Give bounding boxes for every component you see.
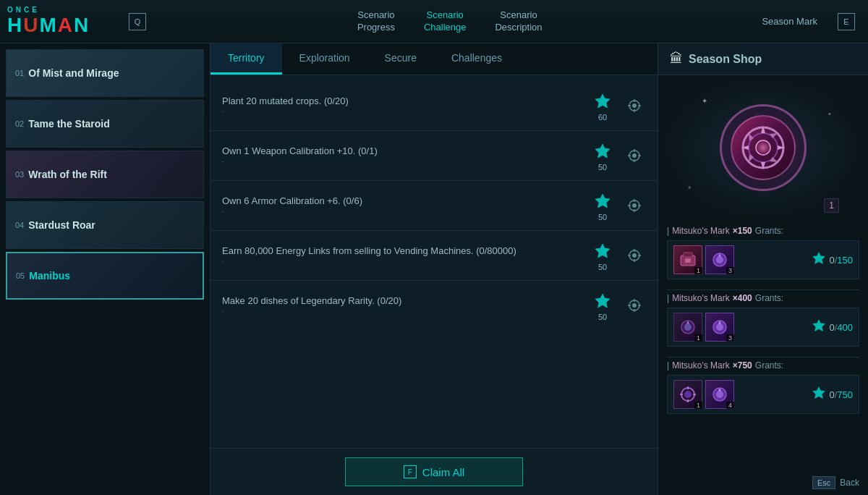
tier-400-item-count-1: 1	[694, 334, 702, 342]
sidebar-item-s05[interactable]: 05 Manibus	[6, 252, 204, 300]
tab-challenges[interactable]: Challenges	[434, 43, 519, 75]
tier-150-mark-icon	[812, 251, 826, 268]
tier-150-progress: 0/150	[812, 251, 853, 268]
main-layout: 01 Of Mist and Mirage 02 Tame the Staroi…	[0, 43, 868, 495]
claim-all-label: Claim All	[422, 466, 464, 478]
season-shop-title: Season Shop	[689, 53, 762, 66]
svg-rect-43	[685, 258, 691, 263]
task-locate-3[interactable]	[623, 194, 646, 217]
esc-key[interactable]: Esc	[812, 476, 835, 489]
tier-750-grants: Grants:	[755, 360, 783, 371]
reward-amount-2: 50	[598, 163, 607, 172]
tier-750-item-count-1: 1	[694, 402, 702, 409]
logo-human: HUMAN	[7, 14, 90, 36]
reward-tier-150: | Mitsuko's Mark ×150 Grants:	[667, 226, 859, 279]
key-e[interactable]: E	[838, 13, 855, 30]
tier-400-item-1: 1	[673, 313, 702, 342]
nav-scenario-progress[interactable]: ScenarioProgress	[343, 9, 409, 34]
scenario-title-01: Of Mist and Mirage	[28, 67, 119, 79]
nav-scenario-description[interactable]: ScenarioDescription	[480, 9, 556, 34]
sidebar-item-s04[interactable]: 04 Stardust Roar	[6, 201, 204, 249]
tier-400-grants: Grants:	[755, 293, 783, 303]
tier-750-progress: 0/750	[812, 386, 853, 403]
mark-icon-1	[591, 90, 614, 113]
ring-circle	[720, 104, 807, 191]
svg-point-47	[684, 323, 692, 331]
task-locate-5[interactable]	[623, 294, 646, 317]
ring-count: 1	[824, 198, 839, 213]
back-label: Back	[840, 478, 859, 488]
tab-territory[interactable]: Territory	[210, 43, 282, 75]
tier-750-item-2: 4	[705, 380, 734, 409]
task-item-1: Plant 20 mutated crops. (0/20) · 60	[210, 81, 658, 131]
tier-150-header: | Mitsuko's Mark ×150 Grants:	[667, 226, 859, 236]
reward-tier-750: | Mitsuko's Mark ×750 Grants:	[667, 360, 859, 414]
season-shop-header: 🏛 Season Shop	[658, 43, 868, 75]
task-sub-2: ·	[222, 158, 591, 166]
task-sub-5: ·	[222, 308, 591, 316]
task-item-2: Own 1 Weapon Calibration +10. (0/1) · 50	[210, 131, 658, 181]
scenario-num-03: 03	[15, 170, 24, 179]
claim-all-button[interactable]: F Claim All	[345, 457, 523, 486]
svg-point-49	[716, 323, 723, 331]
tier-400-mark-icon	[812, 318, 826, 336]
task-sub-1: ·	[222, 108, 591, 116]
tab-exploration[interactable]: Exploration	[282, 43, 367, 75]
sparkle-1: ✦	[702, 97, 707, 105]
svg-point-57	[716, 391, 723, 398]
reward-tier-400: | Mitsuko's Mark ×400 Grants:	[667, 293, 859, 347]
tier-400-header: | Mitsuko's Mark ×400 Grants:	[667, 293, 859, 303]
key-q[interactable]: Q	[129, 13, 146, 30]
task-reward-2: 50	[591, 140, 614, 172]
svg-point-40	[756, 140, 770, 155]
sidebar-item-s03[interactable]: 03 Wrath of the Rift	[6, 151, 204, 198]
tier-750-header: | Mitsuko's Mark ×750 Grants:	[667, 360, 859, 371]
tier-750-fraction: 0/750	[829, 389, 853, 400]
logo: ONCE HUMAN	[7, 6, 123, 37]
sparkle-2: ✦	[827, 111, 832, 117]
task-locate-1[interactable]	[623, 94, 646, 117]
task-reward-1: 60	[591, 90, 614, 122]
right-panel: 🏛 Season Shop ✦ ✦ ✦	[658, 43, 868, 495]
rewards-section: | Mitsuko's Mark ×150 Grants:	[658, 220, 868, 495]
tier-150-item-2: 3	[705, 245, 734, 274]
tab-secure[interactable]: Secure	[367, 43, 434, 75]
tier-400-mark-name: Mitsuko's Mark	[672, 293, 730, 303]
task-reward-5: 50	[591, 289, 614, 321]
svg-point-45	[716, 256, 723, 263]
tier-750-item-1: 1	[673, 380, 702, 409]
tab-bar: Territory Exploration Secure Challenges	[210, 43, 658, 75]
tier-400-item-count-2: 3	[726, 334, 734, 342]
task-desc-1: Plant 20 mutated crops. (0/20)	[222, 96, 591, 106]
divider-1	[667, 289, 859, 290]
tier-150-multiplier: ×150	[733, 226, 752, 236]
scenario-title-05: Manibus	[29, 270, 70, 282]
task-locate-4[interactable]	[623, 244, 646, 267]
scenario-num-02: 02	[15, 119, 24, 128]
tier-150-pipe: |	[667, 226, 669, 236]
task-locate-2[interactable]	[623, 144, 646, 167]
logo-once: ONCE	[7, 6, 90, 14]
sidebar-item-s01[interactable]: 01 Of Mist and Mirage	[6, 49, 204, 97]
reward-amount-5: 50	[598, 313, 607, 321]
sidebar: 01 Of Mist and Mirage 02 Tame the Staroi…	[0, 43, 210, 495]
scenario-num-01: 01	[15, 69, 24, 77]
sparkle-3: ✦	[687, 185, 692, 191]
tier-750-multiplier: ×750	[733, 360, 752, 371]
header: ONCE HUMAN Q ScenarioProgress ScenarioCh…	[0, 0, 868, 43]
claim-key: F	[404, 465, 417, 478]
mark-icon-3	[591, 190, 614, 213]
nav-scenario-challenge[interactable]: ScenarioChallenge	[409, 9, 481, 34]
sidebar-item-s02[interactable]: 02 Tame the Staroid	[6, 100, 204, 148]
season-mark: Season Mark	[747, 16, 832, 27]
tier-750-pipe: |	[667, 360, 669, 371]
task-desc-2: Own 1 Weapon Calibration +10. (0/1)	[222, 145, 591, 156]
task-sub-4: ·	[222, 258, 591, 266]
task-desc-3: Own 6 Armor Calibration +6. (0/6)	[222, 195, 591, 206]
bottom-bar: Esc Back	[812, 476, 859, 489]
task-list: Plant 20 mutated crops. (0/20) · 60	[210, 75, 658, 448]
scenario-num-04: 04	[15, 221, 24, 229]
svg-point-13	[632, 203, 637, 208]
reward-amount-1: 60	[598, 113, 607, 122]
task-reward-4: 50	[591, 240, 614, 271]
